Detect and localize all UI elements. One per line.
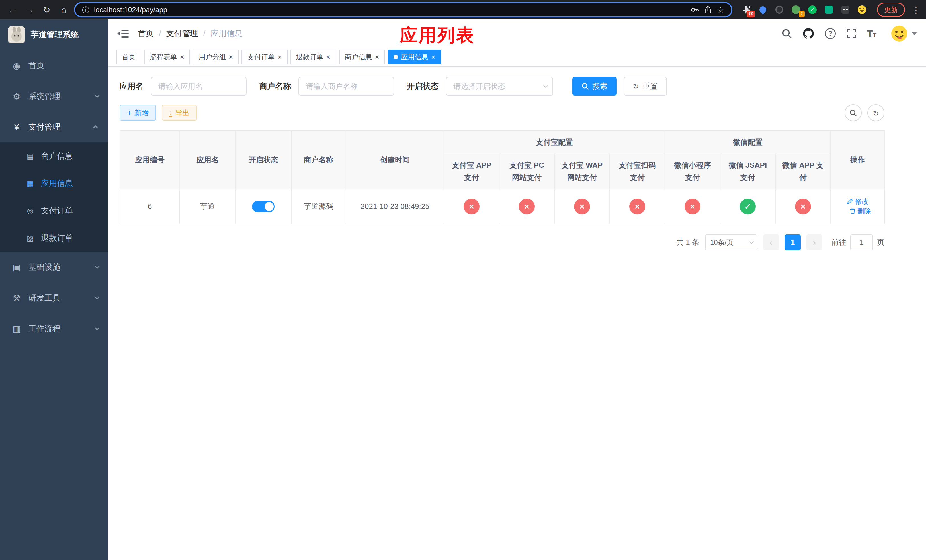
pencil-icon [847,198,853,204]
goto-page-input[interactable] [850,235,873,250]
close-icon[interactable] [375,53,379,61]
prev-page-button[interactable] [763,235,779,250]
sidebar-item-app-info[interactable]: ▦ 应用信息 [0,170,108,197]
breadcrumb-separator: / [203,29,206,38]
breadcrumb-home[interactable]: 首页 [138,28,154,39]
wx-jsapi-status-icon: ✓ [740,198,756,215]
extension-green-note-icon[interactable] [823,4,835,16]
extension-tampermonkey-icon[interactable] [840,4,851,16]
emoji-face-shape [858,5,866,14]
sidebar-item-system[interactable]: ⚙ 系统管理 [0,81,108,112]
sidebar-item-infrastructure[interactable]: ▣ 基础设施 [0,252,108,283]
merchant-name-input[interactable] [298,77,394,96]
close-icon[interactable] [277,53,281,61]
card-icon: ▤ [25,152,35,160]
sidebar-item-refund-order[interactable]: ▨ 退款订单 [0,224,108,252]
edit-button[interactable]: 修改 [847,197,869,206]
download-icon [169,109,172,117]
font-size-icon[interactable] [867,28,876,39]
table-row: 6 芋道 芋道源码 2021-10-23 08:49:25 × × × × × [120,189,885,224]
col-status: 开启状态 [236,131,291,189]
page-title: 应用列表 [400,23,475,47]
sidebar-item-workflow[interactable]: ▥ 工作流程 [0,313,108,344]
delete-button[interactable]: 删除 [849,206,871,216]
col-alipay-pc: 支付宝 PC 网站支付 [499,154,554,189]
search-icon [581,83,589,90]
bookmark-star-icon[interactable] [717,5,725,15]
sidebar-fold-icon[interactable] [117,29,129,39]
next-page-button[interactable] [806,235,822,250]
user-avatar [891,25,908,42]
close-icon[interactable] [180,53,184,61]
sidebar-item-home[interactable]: ◉ 首页 [0,50,108,81]
sidebar-item-merchant-info[interactable]: ▤ 商户信息 [0,142,108,170]
alipay-wap-status-icon: × [574,198,590,215]
extension-green-avatar-icon[interactable]: 1 [790,4,802,16]
toggle-search-button[interactable] [844,104,862,121]
browser-reload-icon[interactable] [40,3,53,17]
sidebar-item-dev-tools[interactable]: ⚒ 研发工具 [0,283,108,313]
status-toggle[interactable] [252,201,275,212]
dashboard-icon: ◉ [11,61,22,71]
monkey-shape [841,6,849,14]
status-label: 开启状态 [407,81,439,92]
extension-dark-circle-icon[interactable] [773,4,785,16]
navbar-actions [782,25,917,42]
tab-refund-order[interactable]: 退款订单 [291,50,336,64]
reset-button[interactable]: 重置 [623,77,667,96]
cell-status [236,189,291,224]
sidebar-item-payment[interactable]: ¥ 支付管理 [0,112,108,142]
col-alipay-qr: 支付宝扫码支付 [610,154,665,189]
url-text[interactable]: localhost:1024/pay/app [94,6,167,14]
close-icon[interactable] [326,53,331,61]
alipay-app-status-icon: × [464,198,480,215]
github-icon[interactable] [803,28,814,39]
password-key-icon[interactable] [690,5,699,14]
share-icon[interactable] [704,5,712,14]
grid-icon: ▦ [25,179,35,188]
breadcrumb: 首页 / 支付管理 / 应用信息 [138,28,243,39]
fullscreen-icon[interactable] [847,29,856,38]
add-button[interactable]: 新增 [120,105,156,121]
app-name-input[interactable] [151,77,247,96]
app-logo[interactable]: 芋道管理系统 [0,20,108,50]
search-icon [849,109,857,117]
extension-emoji-icon[interactable] [856,4,868,16]
search-icon[interactable] [782,29,792,39]
refresh-table-button[interactable] [867,104,884,121]
browser-menu-icon[interactable] [912,5,920,15]
goto-unit: 页 [877,237,884,247]
search-button[interactable]: 搜索 [572,77,617,96]
address-bar[interactable]: localhost:1024/pay/app [74,2,732,17]
tab-home[interactable]: 首页 [116,50,141,64]
page-size-select[interactable]: 10条/页 [705,235,757,250]
tab-app-info[interactable]: 应用信息 [388,50,441,64]
wx-app-status-icon: × [795,198,811,215]
tab-merchant-info[interactable]: 商户信息 [339,50,385,64]
goto-page-group: 前往 页 [831,235,884,250]
sidebar-item-pay-order[interactable]: ◎ 支付订单 [0,197,108,224]
export-button[interactable]: 导出 [162,105,197,121]
extensions-puzzle-icon[interactable]: 10 [740,4,752,16]
browser-forward-icon[interactable] [23,3,36,17]
tab-pay-order[interactable]: 支付订单 [242,50,287,64]
site-info-icon[interactable] [82,4,89,15]
extension-wechat-devtool-icon[interactable] [806,4,819,16]
extension-blue-drop-icon[interactable] [757,4,769,16]
browser-update-button[interactable]: 更新 [877,3,905,17]
close-icon[interactable] [228,53,233,61]
status-select[interactable]: 请选择开启状态 [446,77,553,96]
browser-home-icon[interactable] [57,3,71,17]
alipay-pc-status-icon: × [519,198,535,215]
page-number-button[interactable]: 1 [785,235,801,250]
breadcrumb-current: 应用信息 [211,28,243,39]
browser-back-icon[interactable] [6,3,20,17]
tab-user-group[interactable]: 用户分组 [193,50,239,64]
user-menu[interactable] [891,25,917,42]
breadcrumb-payment[interactable]: 支付管理 [166,28,198,39]
help-icon[interactable] [825,28,836,39]
close-icon[interactable] [431,53,436,61]
tab-process-form[interactable]: 流程表单 [144,50,190,64]
col-wx-mini: 微信小程序支付 [665,154,720,189]
col-app-name: 应用名 [180,131,236,189]
